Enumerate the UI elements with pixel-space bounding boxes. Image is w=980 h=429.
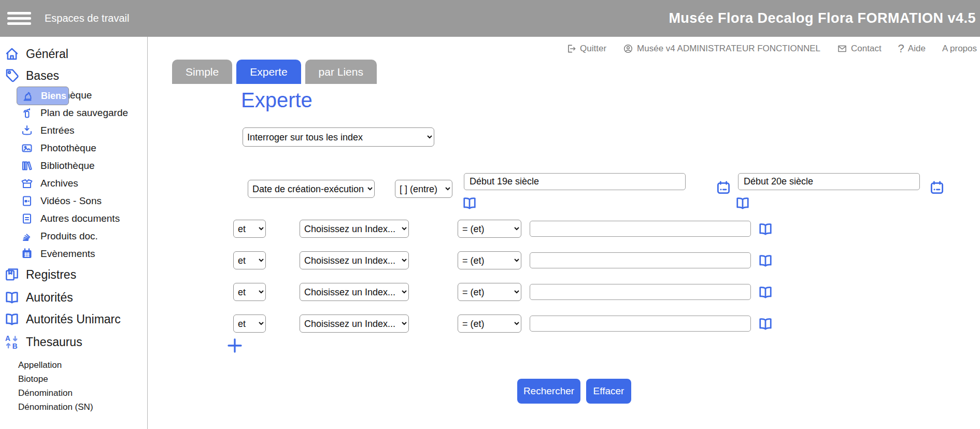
date-to-input[interactable]	[738, 173, 920, 190]
criteria-value-input[interactable]	[530, 221, 751, 237]
paper-stack-icon	[21, 230, 33, 242]
sidebar-item-general[interactable]: Général	[0, 43, 147, 65]
sidebar-item-label: Autorités Unimarc	[26, 312, 121, 326]
criteria-value-input[interactable]	[530, 316, 751, 332]
open-book-icon[interactable]	[757, 253, 774, 268]
workspace-label: Espaces de travail	[45, 12, 129, 24]
sidebar-item-bibliotheque[interactable]: Bibliothèque	[0, 157, 147, 175]
boolean-select[interactable]: et	[233, 314, 266, 333]
clear-button[interactable]: Effacer	[586, 379, 631, 404]
index-select[interactable]: Choisissez un Index...	[300, 283, 409, 301]
open-book-icon[interactable]	[757, 316, 774, 332]
open-book-icon	[4, 290, 20, 305]
sidebar-item-label: Registres	[26, 268, 76, 282]
main-content: Quitter Musée v4 ADMINISTRATEUR FONCTION…	[148, 37, 980, 429]
sidebar-item-label: Photothèque	[40, 142, 96, 154]
search-mode-tabs: Simple Experte par Liens	[172, 60, 377, 84]
open-book-icon[interactable]	[757, 284, 774, 300]
question-mark-icon	[898, 42, 904, 55]
user-icon	[623, 44, 633, 54]
tab-experte[interactable]: Experte	[236, 60, 301, 84]
calendar-icon	[21, 248, 33, 260]
sidebar-item-produits-doc[interactable]: Produits doc.	[0, 227, 147, 245]
sidebar-item-plan-de-sauvegarde[interactable]: Plan de sauvegarde	[0, 104, 147, 122]
date-operator-select[interactable]: [ ] (entre)	[395, 180, 452, 198]
index-select[interactable]: Choisissez un Index...	[300, 314, 409, 333]
help-label: Aide	[908, 44, 926, 54]
open-book-icon[interactable]	[461, 195, 478, 211]
plus-icon	[225, 336, 244, 355]
criteria-value-input[interactable]	[530, 284, 751, 300]
boolean-select[interactable]: et	[233, 251, 266, 269]
calendar-icon[interactable]	[716, 180, 731, 195]
operator-select[interactable]: = (et)	[458, 314, 521, 333]
app-title: Musée Flora Decalog Flora FORMATION v4.5	[669, 10, 976, 26]
sidebar-item-biens[interactable]: Biens	[17, 87, 69, 105]
about-link[interactable]: A propos	[942, 44, 977, 54]
tag-icon	[4, 68, 20, 83]
sidebar-item-label: Appellation	[18, 360, 62, 370]
sidebar-item-autorites-unimarc[interactable]: Autorités Unimarc	[0, 308, 147, 330]
inbox-down-icon	[21, 124, 33, 137]
app-header: Espaces de travail Musée Flora Decalog F…	[0, 0, 980, 37]
document-icon	[21, 212, 33, 225]
sidebar-item-denomination[interactable]: Dénomination	[0, 386, 147, 400]
sidebar-item-label: Général	[26, 47, 68, 61]
contact-label: Contact	[851, 44, 882, 54]
operator-select[interactable]: = (et)	[458, 283, 521, 301]
home-icon	[4, 46, 20, 62]
mail-icon	[837, 44, 847, 54]
criteria-value-input[interactable]	[530, 252, 751, 268]
open-book-icon	[4, 311, 20, 327]
sidebar-item-appellation[interactable]: Appellation	[0, 358, 147, 372]
index-scope-select[interactable]: Interroger sur tous les index	[243, 127, 434, 147]
sidebar-item-archives[interactable]: Archives	[0, 175, 147, 192]
top-toolbar: Quitter Musée v4 ADMINISTRATEUR FONCTION…	[566, 42, 977, 55]
sidebar-item-label: Bibliothèque	[40, 160, 95, 171]
sidebar-item-label: Autorités	[26, 291, 73, 305]
sidebar-item-phototheque[interactable]: Photothèque	[0, 139, 147, 157]
add-criteria-button[interactable]	[225, 336, 244, 355]
sidebar-item-denomination-sn[interactable]: Dénomination (SN)	[0, 400, 147, 414]
index-select[interactable]: Choisissez un Index...	[300, 251, 409, 269]
hamburger-menu-icon[interactable]	[7, 12, 31, 25]
sidebar-item-label: Produits doc.	[40, 231, 98, 242]
operator-select[interactable]: = (et)	[458, 251, 521, 269]
sidebar-item-bases[interactable]: Bases	[0, 65, 147, 87]
index-select[interactable]: Choisissez un Index...	[300, 220, 409, 238]
current-user[interactable]: Musée v4 ADMINISTRATEUR FONCTIONNEL	[623, 44, 820, 54]
open-book-icon[interactable]	[734, 195, 751, 211]
sidebar-item-label: Dénomination	[18, 388, 73, 398]
sidebar-item-biotope[interactable]: Biotope	[0, 372, 147, 386]
sidebar: Général Bases Biens Carothèque Plan de s…	[0, 37, 148, 429]
user-label: Musée v4 ADMINISTRATEUR FONCTIONNEL	[637, 44, 820, 54]
open-book-icon[interactable]	[757, 221, 774, 237]
sidebar-item-thesaurus[interactable]: Thesaurus	[0, 330, 147, 354]
boolean-select[interactable]: et	[233, 220, 266, 238]
contact-link[interactable]: Contact	[837, 44, 882, 54]
sidebar-item-label: Autres documents	[40, 213, 120, 224]
sidebar-item-evenements[interactable]: Evènements	[0, 245, 147, 263]
registers-icon	[4, 267, 20, 282]
quit-label: Quitter	[580, 44, 606, 54]
field-select[interactable]: Date de création-exécution	[248, 180, 375, 198]
sidebar-item-autres-documents[interactable]: Autres documents	[0, 210, 147, 227]
sidebar-item-videos-sons[interactable]: Vidéos - Sons	[0, 192, 147, 210]
extinguisher-icon	[21, 107, 33, 119]
quit-link[interactable]: Quitter	[566, 44, 606, 54]
tab-par-liens[interactable]: par Liens	[305, 60, 377, 84]
page-title: Experte	[241, 89, 313, 112]
search-button[interactable]: Rechercher	[517, 379, 580, 404]
help-link[interactable]: Aide	[898, 42, 926, 55]
date-from-input[interactable]	[464, 173, 686, 190]
sidebar-item-autorites[interactable]: Autorités	[0, 287, 147, 308]
calendar-icon[interactable]	[929, 180, 945, 195]
sidebar-item-registres[interactable]: Registres	[0, 263, 147, 287]
operator-select[interactable]: = (et)	[458, 220, 521, 238]
sidebar-item-label: Vidéos - Sons	[40, 195, 102, 207]
sidebar-item-label: Archives	[40, 178, 78, 189]
sidebar-item-entrees[interactable]: Entrées	[0, 122, 147, 139]
boolean-select[interactable]: et	[233, 283, 266, 301]
sidebar-item-label: Bases	[26, 69, 59, 83]
tab-simple[interactable]: Simple	[172, 60, 232, 84]
